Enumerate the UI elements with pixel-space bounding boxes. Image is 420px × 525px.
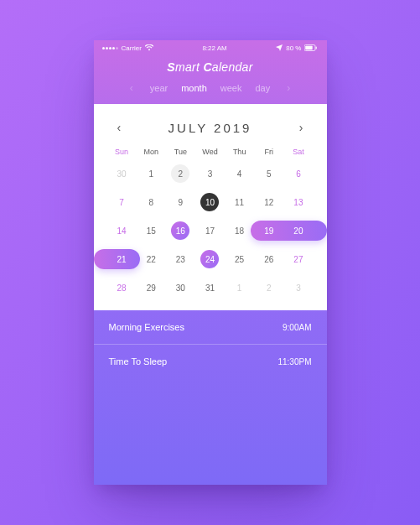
day-number: 15 (147, 226, 156, 236)
day-cell[interactable]: 30 (166, 277, 195, 299)
day-cell[interactable]: 17 (195, 220, 225, 242)
day-number: 3 (208, 169, 213, 179)
calendar-card: ‹ JULY 2019 › SunMonTueWedThuFriSat 3012… (94, 104, 327, 310)
tab-week[interactable]: week (220, 83, 242, 93)
day-cell[interactable]: 13 (283, 191, 313, 213)
day-number: 29 (147, 283, 156, 293)
day-cell[interactable]: 14 (107, 220, 137, 242)
day-cell[interactable]: 15 (137, 220, 166, 242)
day-number: 14 (117, 226, 127, 236)
view-tabs: ‹ yearmonthweekday › (94, 82, 327, 104)
wifi-icon (145, 44, 153, 51)
phone-frame: Carrier 8:22 AM 80 % Smart Calendar ‹ ye… (94, 40, 327, 485)
day-number: 30 (176, 283, 185, 293)
dow-label: Fri (254, 148, 283, 156)
day-cell[interactable]: 19 (254, 220, 283, 242)
day-cell[interactable]: 2 (166, 163, 195, 185)
day-cell[interactable]: 5 (254, 163, 283, 185)
day-cell[interactable]: 18 (225, 220, 254, 242)
event-title: Morning Exercises (109, 322, 184, 332)
next-month[interactable]: › (294, 119, 309, 136)
day-cell[interactable]: 26 (254, 248, 283, 270)
svg-rect-2 (316, 47, 317, 49)
day-number: 2 (267, 283, 272, 293)
event-list: Morning Exercises9:00AMTime To Sleep11:3… (94, 310, 327, 485)
day-cell[interactable]: 12 (254, 191, 283, 213)
day-number: 23 (176, 255, 185, 264)
day-cell[interactable]: 21 (107, 248, 137, 270)
event-title: Time To Sleep (109, 356, 168, 366)
dow-label: Sat (283, 148, 313, 156)
day-cell[interactable]: 4 (225, 163, 254, 185)
event-item[interactable]: Time To Sleep11:30PM (94, 344, 327, 378)
day-number: 8 (148, 198, 153, 207)
day-cell[interactable]: 24 (195, 248, 225, 270)
day-cell[interactable]: 28 (107, 277, 137, 299)
day-cell[interactable]: 6 (283, 163, 313, 185)
day-cell[interactable]: 30 (107, 163, 137, 185)
day-of-week-header: SunMonTueWedThuFriSat (107, 148, 314, 156)
day-cell[interactable]: 16 (166, 220, 195, 242)
tab-day[interactable]: day (255, 83, 270, 93)
day-cell[interactable]: 27 (283, 248, 313, 270)
day-number: 16 (176, 226, 185, 236)
day-number: 1 (148, 169, 153, 179)
app-title: Smart Calendar (94, 55, 327, 82)
day-number: 2 (179, 169, 184, 179)
day-cell[interactable]: 10 (195, 191, 225, 213)
day-number: 31 (205, 283, 215, 293)
day-number: 12 (264, 198, 273, 207)
day-number: 27 (293, 255, 303, 264)
day-cell[interactable]: 9 (166, 191, 195, 213)
dow-label: Wed (195, 148, 225, 156)
day-number: 28 (117, 283, 127, 293)
dow-label: Mon (137, 148, 166, 156)
day-cell[interactable]: 2 (254, 277, 283, 299)
calendar-grid: 3012345678910111213141516171819202122232… (107, 163, 314, 299)
dow-label: Tue (166, 148, 195, 156)
tab-month[interactable]: month (181, 83, 207, 93)
day-cell[interactable]: 23 (166, 248, 195, 270)
day-cell[interactable]: 1 (137, 163, 166, 185)
day-cell[interactable]: 25 (225, 248, 254, 270)
day-cell[interactable]: 1 (225, 277, 254, 299)
day-number: 26 (264, 255, 273, 264)
prev-month[interactable]: ‹ (112, 119, 127, 136)
day-number: 18 (235, 226, 244, 236)
event-time: 11:30PM (277, 357, 311, 366)
day-number: 9 (179, 198, 184, 207)
tabs-next[interactable]: › (283, 82, 293, 94)
status-bar: Carrier 8:22 AM 80 % (94, 40, 327, 55)
day-number: 24 (205, 255, 215, 264)
day-cell[interactable]: 11 (225, 191, 254, 213)
svg-rect-1 (306, 46, 314, 50)
clock: 8:22 AM (202, 44, 226, 52)
day-cell[interactable]: 31 (195, 277, 225, 299)
carrier-label: Carrier (122, 44, 142, 52)
day-cell[interactable]: 22 (137, 248, 166, 270)
day-cell[interactable]: 7 (107, 191, 137, 213)
day-cell[interactable]: 3 (195, 163, 225, 185)
send-icon (276, 44, 283, 51)
day-number: 3 (296, 283, 301, 293)
day-cell[interactable]: 3 (283, 277, 313, 299)
day-number: 4 (237, 169, 242, 179)
tabs-prev[interactable]: ‹ (127, 82, 137, 94)
tab-year[interactable]: year (150, 83, 168, 93)
day-number: 17 (205, 226, 215, 236)
day-number: 21 (117, 255, 127, 264)
day-cell[interactable]: 8 (137, 191, 166, 213)
event-item[interactable]: Morning Exercises9:00AM (94, 310, 327, 344)
day-number: 7 (119, 198, 124, 207)
day-number: 19 (264, 226, 273, 236)
day-number: 13 (293, 198, 303, 207)
day-cell[interactable]: 29 (137, 277, 166, 299)
event-time: 9:00AM (283, 323, 311, 332)
day-number: 6 (296, 169, 301, 179)
day-number: 5 (267, 169, 272, 179)
day-cell[interactable]: 20 (283, 220, 313, 242)
day-number: 10 (205, 198, 215, 207)
day-number: 20 (293, 226, 303, 236)
day-number: 1 (237, 283, 242, 293)
day-number: 30 (117, 169, 127, 179)
